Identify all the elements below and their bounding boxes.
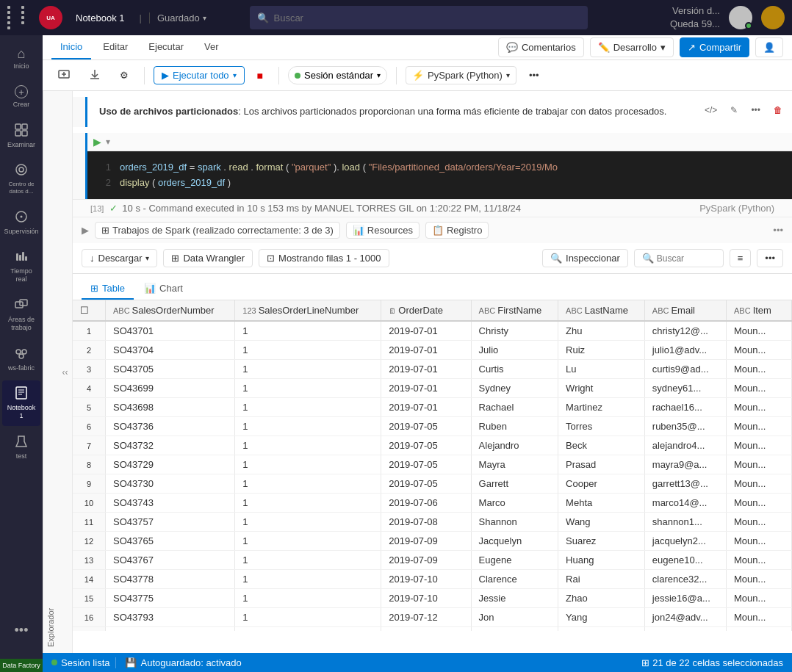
- tab-table[interactable]: ⊞ Table: [82, 278, 134, 300]
- code-editor[interactable]: 1 orders_2019_df = spark . read . forma: [87, 151, 792, 200]
- profile-button[interactable]: 👤: [755, 37, 783, 57]
- table-row[interactable]: 5 SO43698 1 2019-07-01 Rachael Martinez …: [73, 398, 792, 417]
- delete-cell-btn[interactable]: 🗑: [768, 101, 788, 120]
- toolbar-sep1: [144, 67, 145, 84]
- user-avatar[interactable]: [761, 6, 785, 29]
- search-bar[interactable]: 🔍: [250, 6, 588, 29]
- cell-last-name: Torres: [558, 417, 645, 436]
- cell-email: ruben35@...: [644, 417, 726, 436]
- table-row[interactable]: 10 SO43743 1 2019-07-06 Marco Mehta marc…: [73, 494, 792, 513]
- code-cell-row: ▶ ▾ 1 orders_2019_df = spark: [73, 133, 792, 200]
- app-grid-icon[interactable]: [7, 6, 33, 29]
- settings-btn[interactable]: ⚙: [113, 66, 135, 84]
- tab-inicio[interactable]: Inicio: [51, 35, 91, 59]
- session-badge[interactable]: Sesión estándar ▾: [288, 66, 387, 84]
- home-icon: ⌂: [18, 47, 26, 60]
- table-row[interactable]: 6 SO43736 1 2019-07-05 Ruben Torres rube…: [73, 417, 792, 436]
- more-cell-btn[interactable]: •••: [746, 101, 766, 120]
- tab-editar[interactable]: Editar: [94, 35, 137, 59]
- th-sales-order[interactable]: ABCSalesOrderNumber: [105, 300, 234, 321]
- settings-icon: ⚙: [120, 70, 129, 81]
- table-row[interactable]: 7 SO43732 1 2019-07-05 Alejandro Beck al…: [73, 436, 792, 455]
- th-last-name[interactable]: ABCLastName: [558, 300, 645, 321]
- sidebar-item-tiemporeal[interactable]: Tiempo real: [2, 244, 40, 289]
- wrangler-icon: ⊞: [171, 253, 179, 264]
- table-more-btn[interactable]: •••: [757, 249, 783, 267]
- tab-ejecutar[interactable]: Ejecutar: [140, 35, 192, 59]
- th-sales-line[interactable]: 123SalesOrderLineNumber: [235, 300, 381, 321]
- registro-btn[interactable]: 📋 Registro: [425, 222, 489, 239]
- table-row[interactable]: 2 SO43704 1 2019-07-01 Julio Ruiz julio1…: [73, 341, 792, 360]
- code-btn[interactable]: </>: [699, 101, 722, 120]
- add-cell-btn[interactable]: [51, 65, 76, 86]
- stop-btn[interactable]: ■: [251, 66, 270, 85]
- cell-last-name: Lu: [558, 360, 645, 379]
- cell-order-date: 2019-07-01: [381, 360, 471, 379]
- sidebar-item-wsfabric[interactable]: ws-fabric: [2, 341, 40, 378]
- th-email[interactable]: ABCEmail: [644, 300, 726, 321]
- table-row[interactable]: 17 SO43794 1 2019-07-12 Jimmy Moreno jim…: [73, 627, 792, 632]
- pyspark-selector[interactable]: ⚡ PySpark (Python) ▾: [406, 66, 516, 84]
- sidebar-item-test[interactable]: test: [2, 429, 40, 466]
- cell-last-name: Beck: [558, 436, 645, 455]
- cell-last-name: Prasad: [558, 455, 645, 474]
- resources-btn[interactable]: 📊 Resources: [346, 222, 420, 239]
- th-all-checkbox[interactable]: ☐: [80, 305, 89, 316]
- explorer-label[interactable]: Explorador: [43, 91, 58, 653]
- filter-btn[interactable]: ≡: [730, 249, 752, 267]
- spark-expand-btn[interactable]: ▶: [82, 225, 89, 236]
- run-cell-btn[interactable]: ▶: [93, 136, 101, 148]
- cell-email: julio1@adv...: [644, 341, 726, 360]
- table-row[interactable]: 16 SO43793 1 2019-07-12 Jon Yang jon24@a…: [73, 608, 792, 627]
- sidebar-item-areas[interactable]: Áreas de trabajo: [2, 292, 40, 338]
- tab-chart[interactable]: 📊 Chart: [135, 278, 192, 300]
- save-status[interactable]: Guardado ▾: [149, 12, 206, 24]
- table-search[interactable]: 🔍: [634, 249, 724, 267]
- table-row[interactable]: 12 SO43765 1 2019-07-09 Jacquelyn Suarez…: [73, 532, 792, 551]
- table-row[interactable]: 4 SO43699 1 2019-07-01 Sydney Wright syd…: [73, 379, 792, 398]
- spark-icon: ⊞: [101, 225, 109, 236]
- cell-item: Moun...: [727, 398, 792, 417]
- wrangler-action-btn[interactable]: ⊞ Data Wrangler: [163, 249, 253, 267]
- more-toolbar-btn[interactable]: •••: [522, 66, 546, 84]
- table-row[interactable]: 13 SO43767 1 2019-07-09 Eugene Huang eug…: [73, 551, 792, 570]
- share-button[interactable]: ↗ Compartir: [680, 37, 749, 57]
- spark-more-btn[interactable]: •••: [773, 225, 783, 236]
- table-row[interactable]: 14 SO43778 1 2019-07-10 Clarence Rai cla…: [73, 570, 792, 589]
- spark-jobs-btn[interactable]: ⊞ Trabajos de Spark (realizado correctam…: [95, 222, 340, 239]
- run-all-button[interactable]: ▶ Ejecutar todo ▾: [154, 66, 245, 84]
- comments-button[interactable]: 💬 Comentarios: [498, 37, 584, 57]
- cell-order-date: 2019-07-09: [381, 551, 471, 570]
- cell-order-date: 2019-07-10: [381, 589, 471, 608]
- sidebar-item-centrodatos[interactable]: Centro de datos d...: [2, 157, 40, 200]
- table-row[interactable]: 1 SO43701 1 2019-07-01 Christy Zhu chris…: [73, 321, 792, 341]
- inspect-btn[interactable]: 🔍 Inspeccionar: [542, 249, 628, 267]
- table-search-input[interactable]: [657, 253, 716, 264]
- th-order-date[interactable]: 🗓OrderDate: [381, 300, 471, 321]
- edit-btn[interactable]: ✎: [725, 101, 743, 120]
- dev-button[interactable]: ✏️ Desarrollo ▾: [590, 37, 674, 57]
- ribbon-tabs: Inicio Editar Ejecutar Ver 💬 Comentarios…: [43, 35, 792, 60]
- table-row[interactable]: 3 SO43705 1 2019-07-01 Curtis Lu curtis9…: [73, 360, 792, 379]
- table-row[interactable]: 9 SO43730 1 2019-07-05 Garrett Cooper ga…: [73, 474, 792, 494]
- tab-ver[interactable]: Ver: [195, 35, 228, 59]
- cell-item: Moun...: [727, 436, 792, 455]
- sidebar-item-examinar[interactable]: Examinar: [2, 118, 40, 155]
- more-icon[interactable]: •••: [9, 617, 35, 644]
- row-number: 14: [73, 570, 105, 589]
- table-row[interactable]: 15 SO43775 1 2019-07-10 Jessie Zhao jess…: [73, 589, 792, 608]
- collapse-cell-btn[interactable]: ▾: [106, 137, 110, 147]
- th-item[interactable]: ABCItem: [727, 300, 792, 321]
- sidebar-collapse-btn[interactable]: ‹‹: [58, 91, 73, 653]
- table-row[interactable]: 8 SO43729 1 2019-07-05 Mayra Prasad mayr…: [73, 455, 792, 474]
- th-first-name[interactable]: ABCFirstName: [471, 300, 558, 321]
- sidebar-item-inicio[interactable]: ⌂ Inicio: [2, 41, 40, 76]
- download-btn[interactable]: [82, 65, 107, 86]
- download-action-btn[interactable]: ↓ Descargar ▾: [82, 249, 157, 267]
- sidebar-item-crear[interactable]: + Crear: [2, 79, 40, 115]
- save-chevron[interactable]: ▾: [203, 14, 206, 22]
- search-input[interactable]: [273, 12, 580, 24]
- sidebar-item-notebook1[interactable]: Notebook 1: [2, 380, 40, 426]
- sidebar-item-supervision[interactable]: Supervisión: [2, 204, 40, 242]
- table-row[interactable]: 11 SO43757 1 2019-07-08 Shannon Wang sha…: [73, 513, 792, 532]
